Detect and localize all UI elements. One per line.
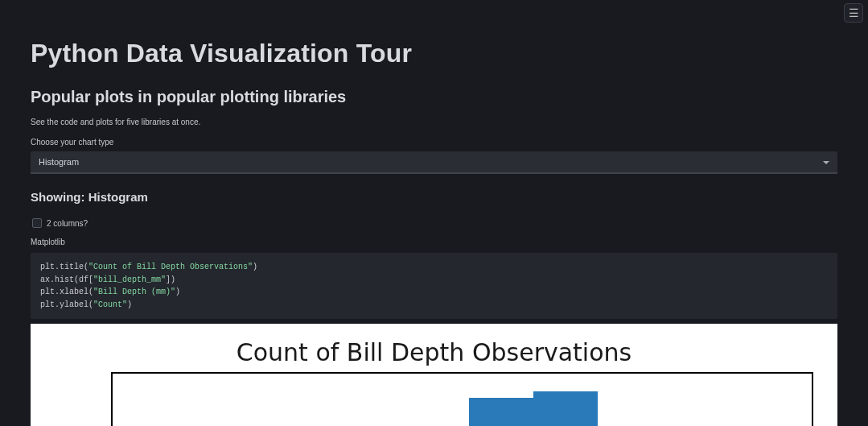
chart-title: Count of Bill Depth Observations (31, 338, 837, 366)
two-columns-checkbox[interactable] (32, 218, 42, 228)
code-token: ) (253, 263, 257, 271)
chart-type-select[interactable]: Histogram (31, 151, 837, 174)
hamburger-icon: ☰ (849, 6, 859, 19)
chart-type-label: Choose your chart type (31, 138, 837, 147)
code-token: "bill_depth_mm" (93, 275, 166, 284)
showing-prefix: Showing: (31, 190, 88, 204)
chart-bars (113, 374, 812, 426)
chart-bar (533, 391, 598, 426)
code-token: plt.ylabel( (40, 300, 93, 309)
code-token: ) (127, 300, 132, 309)
chart-bar (469, 398, 533, 426)
menu-button[interactable]: ☰ (844, 3, 863, 23)
library-name: Matplotlib (31, 238, 837, 246)
code-token: ]) (166, 275, 175, 284)
code-token: "Count of Bill Depth Observations" (88, 263, 253, 271)
plot-area (111, 372, 813, 426)
chart-panel: Count of Bill Depth Observations 50 (31, 324, 837, 426)
code-block: plt.title("Count of Bill Depth Observati… (31, 253, 837, 319)
page-subtitle: Popular plots in popular plotting librar… (31, 88, 837, 106)
main-content: Python Data Visualization Tour Popular p… (0, 0, 868, 426)
two-columns-row: 2 columns? (31, 218, 837, 228)
chart-type-select-wrap: Histogram (31, 151, 837, 174)
code-token: "Count" (93, 300, 127, 309)
code-token: "Bill Depth (mm)" (93, 287, 175, 296)
page-title: Python Data Visualization Tour (31, 39, 837, 68)
showing-value: Histogram (88, 190, 148, 204)
code-token: ax.hist(df[ (40, 275, 93, 284)
code-token: plt.title( (40, 263, 88, 271)
tagline-text: See the code and plots for five librarie… (31, 118, 837, 126)
code-token: ) (175, 287, 180, 296)
two-columns-label: 2 columns? (47, 219, 88, 228)
code-token: plt.xlabel( (40, 287, 93, 296)
showing-heading: Showing: Histogram (31, 190, 837, 204)
